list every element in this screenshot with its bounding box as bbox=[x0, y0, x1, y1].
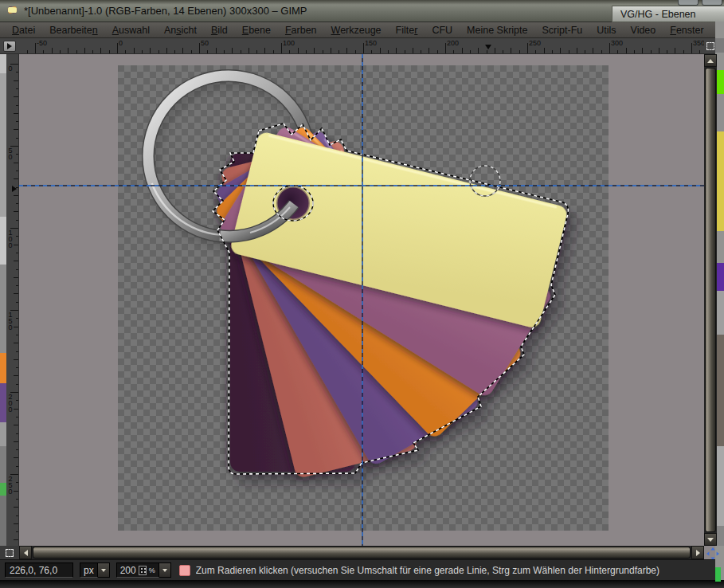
menu-video[interactable]: Video bbox=[624, 23, 663, 37]
window-fragment bbox=[0, 422, 6, 446]
menu-werkzeuge[interactable]: Werkzeuge bbox=[324, 23, 389, 37]
ruler-tick bbox=[544, 48, 545, 53]
menu-bild[interactable]: Bild bbox=[204, 23, 235, 37]
ruler-tick bbox=[92, 50, 93, 53]
scroll-left-button[interactable] bbox=[19, 546, 32, 559]
ruler-tick bbox=[14, 80, 18, 81]
ruler-tick bbox=[281, 43, 282, 53]
window-fragment bbox=[0, 383, 6, 422]
gimp-application-window: *[Unbenannt]-1.0 (RGB-Farben, 14 Ebenen)… bbox=[0, 0, 724, 588]
arrow-left-icon bbox=[24, 550, 28, 556]
menu-fenster[interactable]: Fenster bbox=[663, 23, 710, 37]
ruler-tick bbox=[14, 293, 18, 294]
ruler-tick bbox=[191, 50, 192, 53]
ruler-tick bbox=[585, 50, 585, 53]
menu-script-fu[interactable]: Script-Fu bbox=[535, 23, 590, 37]
ruler-tick bbox=[298, 48, 299, 53]
ruler-tick bbox=[569, 50, 569, 53]
menu-utils[interactable]: Utils bbox=[589, 23, 623, 37]
toolbox-window-sliver bbox=[0, 54, 6, 546]
ruler-tick bbox=[14, 409, 18, 410]
ruler-tick bbox=[396, 48, 397, 53]
ruler-tick bbox=[503, 50, 503, 53]
ruler-tick bbox=[14, 277, 18, 278]
zoom-combo[interactable]: 200 % bbox=[116, 563, 171, 578]
image-menu-button[interactable] bbox=[3, 41, 16, 52]
ruler-tick bbox=[174, 50, 175, 53]
ruler-tick bbox=[691, 43, 692, 53]
arrow-down-icon bbox=[707, 538, 714, 542]
ruler-tick bbox=[100, 48, 101, 53]
menu-farben[interactable]: Farben bbox=[278, 23, 324, 37]
ruler-tick bbox=[405, 50, 405, 53]
ruler-tick bbox=[16, 515, 18, 516]
menu-filter[interactable]: Filter bbox=[389, 23, 425, 37]
quick-mask-toggle[interactable] bbox=[0, 546, 19, 559]
ruler-label: 250 bbox=[529, 39, 541, 47]
ruler-label: 100 bbox=[283, 39, 295, 47]
status-bar: 226,0, 76,0 px 200 % Zum Radieren klicke… bbox=[0, 559, 715, 580]
pointer-coordinates: 226,0, 76,0 bbox=[10, 565, 57, 576]
ruler-tick bbox=[552, 50, 553, 53]
ruler-tick bbox=[306, 50, 307, 53]
ruler-tick bbox=[14, 327, 18, 327]
horizontal-scrollbar[interactable] bbox=[19, 546, 704, 559]
ruler-tick bbox=[68, 48, 68, 53]
zoom-unit: % bbox=[149, 566, 155, 574]
ruler-tick bbox=[453, 50, 454, 53]
ruler-tick bbox=[601, 50, 602, 53]
window-bottom-edge bbox=[0, 580, 724, 588]
menu-meine-skripte[interactable]: Meine Skripte bbox=[460, 23, 534, 37]
window-fragment bbox=[0, 446, 6, 483]
ruler-tick bbox=[560, 48, 561, 53]
unit-combo[interactable]: px bbox=[80, 563, 110, 578]
menu-cfu[interactable]: CFU bbox=[425, 23, 460, 37]
ruler-tick bbox=[158, 50, 159, 53]
ruler-tick bbox=[117, 43, 118, 53]
ruler-tick bbox=[16, 220, 18, 221]
chevron-down-icon bbox=[101, 569, 106, 572]
vertical-scrollbar-thumb[interactable] bbox=[705, 68, 716, 532]
ruler-tick bbox=[207, 50, 208, 53]
ruler-tick bbox=[35, 43, 36, 53]
menu-bearbeiten[interactable]: Bearbeiten bbox=[42, 23, 104, 37]
ruler-tick bbox=[413, 48, 413, 53]
layers-dialog-title-bar[interactable]: VG/HG - Ebenen bbox=[612, 6, 724, 22]
vertical-scrollbar[interactable] bbox=[704, 54, 717, 546]
ruler-tick bbox=[16, 138, 18, 139]
scroll-up-button[interactable] bbox=[704, 54, 717, 67]
menu-ebene[interactable]: Ebene bbox=[235, 23, 278, 37]
ruler-tick bbox=[249, 48, 249, 53]
ruler-tick bbox=[16, 400, 18, 401]
zoom-dropdown-button[interactable] bbox=[159, 563, 171, 578]
ruler-tick bbox=[16, 171, 18, 171]
ruler-tick bbox=[16, 318, 18, 319]
ruler-tick bbox=[182, 48, 183, 53]
chevron-down-icon bbox=[162, 569, 167, 572]
menu-datei[interactable]: Datei bbox=[5, 23, 42, 37]
ruler-tick bbox=[60, 50, 61, 53]
ruler-corner bbox=[0, 38, 19, 54]
horizontal-scrollbar-thumb[interactable] bbox=[33, 547, 691, 559]
ruler-tick bbox=[16, 105, 18, 106]
ruler-tick bbox=[14, 491, 18, 492]
ruler-label: 200 bbox=[447, 39, 459, 47]
image-canvas[interactable] bbox=[19, 54, 704, 546]
ruler-tick bbox=[659, 48, 659, 53]
ruler-tick bbox=[14, 195, 18, 196]
ruler-tick bbox=[16, 531, 18, 532]
menu-auswahl[interactable]: Auswahl bbox=[105, 23, 157, 37]
scroll-right-button[interactable] bbox=[691, 546, 704, 559]
unit-dropdown-button[interactable] bbox=[98, 563, 110, 578]
scroll-down-button[interactable] bbox=[704, 533, 717, 546]
ruler-tick bbox=[380, 48, 381, 53]
horizontal-ruler[interactable]: -50050100150200250300350 bbox=[19, 38, 704, 54]
vertical-ruler[interactable]: 050100150200250 bbox=[6, 54, 19, 546]
menu-ansicht[interactable]: Ansicht bbox=[157, 23, 204, 37]
ruler-tick bbox=[16, 203, 18, 204]
ruler-tick bbox=[16, 433, 18, 434]
ruler-label: 50 bbox=[7, 147, 14, 160]
ruler-tick bbox=[14, 113, 18, 114]
ruler-label: 50 bbox=[201, 39, 209, 47]
ruler-tick bbox=[527, 43, 528, 53]
